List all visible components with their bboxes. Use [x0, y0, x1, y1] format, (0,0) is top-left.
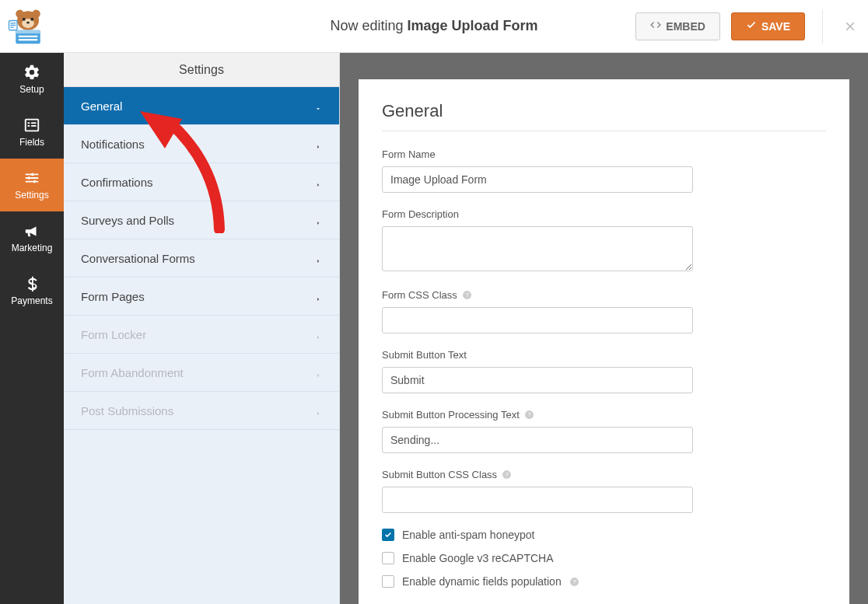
save-button[interactable]: SAVE: [731, 12, 805, 40]
settings-item-confirmations[interactable]: Confirmations: [64, 163, 339, 201]
nav-label: Payments: [11, 295, 52, 306]
svg-text:?: ?: [572, 578, 576, 585]
sliders-icon: [23, 169, 40, 187]
svg-point-5: [30, 18, 33, 21]
nav-label: Settings: [15, 190, 48, 201]
svg-point-6: [26, 22, 30, 24]
help-icon[interactable]: ?: [502, 470, 512, 480]
label-form-description: Form Description: [382, 208, 826, 220]
help-icon[interactable]: ?: [569, 577, 579, 587]
settings-list: GeneralNotificationsConfirmationsSurveys…: [64, 87, 339, 604]
main-area: Setup Fields Settings Marketing Payments…: [0, 53, 868, 604]
label-submit-css: Submit Button CSS Class ?: [382, 469, 826, 480]
settings-item-notifications[interactable]: Notifications: [64, 125, 339, 163]
settings-item-label: Form Locker: [81, 328, 146, 341]
settings-item-post-submissions: Post Submissions: [64, 392, 339, 430]
chevron-down-icon: [314, 102, 322, 110]
svg-text:?: ?: [527, 411, 530, 418]
editing-prefix: Now editing: [330, 18, 407, 33]
input-submit-css[interactable]: [382, 487, 693, 513]
checkbox-label: Enable dynamic fields population: [402, 575, 562, 588]
settings-item-label: General: [81, 100, 122, 113]
code-icon: [650, 19, 661, 33]
embed-button[interactable]: EMBED: [635, 12, 720, 40]
svg-point-20: [31, 173, 34, 176]
chevron-right-icon: [314, 330, 322, 338]
close-button[interactable]: [843, 19, 857, 33]
chevron-right-icon: [314, 140, 322, 148]
chevron-right-icon: [314, 368, 322, 376]
settings-card: General Form Name Form Description Form …: [359, 79, 849, 604]
dollar-icon: [23, 275, 40, 292]
divider: [822, 9, 823, 44]
help-icon[interactable]: ?: [524, 410, 534, 420]
nav-rail: Setup Fields Settings Marketing Payments: [0, 53, 64, 604]
chevron-right-icon: [314, 178, 322, 186]
svg-rect-8: [16, 30, 40, 33]
input-form-name[interactable]: [382, 166, 693, 193]
nav-label: Setup: [19, 84, 44, 95]
svg-rect-19: [31, 125, 36, 127]
checkbox-icon: [382, 575, 394, 588]
nav-item-fields[interactable]: Fields: [0, 106, 64, 159]
label-submit-text: Submit Button Text: [382, 349, 826, 361]
checkbox-recaptcha[interactable]: Enable Google v3 reCAPTCHA: [382, 552, 826, 564]
label-form-css-class: Form CSS Class ?: [382, 289, 826, 301]
input-form-description[interactable]: [382, 226, 693, 271]
settings-item-form-pages[interactable]: Form Pages: [64, 278, 339, 316]
editing-form-name: Image Upload Form: [408, 18, 538, 33]
nav-item-payments[interactable]: Payments: [0, 264, 64, 317]
field-form-description: Form Description: [382, 208, 826, 274]
input-submit-processing[interactable]: [382, 427, 693, 453]
field-submit-processing: Submit Button Processing Text ?: [382, 409, 826, 453]
help-icon[interactable]: ?: [462, 290, 472, 300]
settings-item-surveys-and-polls[interactable]: Surveys and Polls: [64, 201, 339, 239]
settings-item-conversational-forms[interactable]: Conversational Forms: [64, 239, 339, 278]
settings-item-label: Form Abandonment: [81, 366, 184, 379]
settings-item-general[interactable]: General: [64, 87, 339, 125]
settings-item-label: Form Pages: [81, 290, 145, 303]
svg-point-1: [16, 10, 24, 19]
chevron-right-icon: [314, 254, 322, 262]
checkbox-label: Enable Google v3 reCAPTCHA: [402, 552, 554, 564]
field-form-css-class: Form CSS Class ?: [382, 289, 826, 333]
settings-item-form-locker: Form Locker: [64, 316, 339, 354]
svg-text:?: ?: [465, 292, 468, 299]
list-icon: [23, 117, 40, 134]
svg-rect-14: [10, 26, 13, 27]
embed-label: EMBED: [666, 20, 705, 33]
top-bar: Now editing Image Upload Form EMBED SAVE: [0, 0, 868, 53]
field-form-name: Form Name: [382, 148, 826, 193]
app-logo: [6, 7, 50, 46]
chevron-right-icon: [314, 292, 322, 300]
input-form-css-class[interactable]: [382, 307, 693, 333]
settings-item-form-abandonment: Form Abandonment: [64, 354, 339, 392]
chevron-right-icon: [314, 407, 322, 414]
settings-item-label: Post Submissions: [81, 404, 173, 417]
svg-rect-10: [19, 39, 38, 40]
svg-point-21: [28, 176, 31, 180]
content-area: General Form Name Form Description Form …: [340, 53, 868, 604]
bullhorn-icon: [23, 222, 40, 239]
checkbox-label: Enable anti-spam honeypot: [402, 529, 534, 541]
svg-rect-16: [28, 122, 30, 124]
nav-item-settings[interactable]: Settings: [0, 159, 64, 211]
settings-subpanel: Settings GeneralNotificationsConfirmatio…: [64, 53, 340, 604]
checkbox-icon: [382, 529, 394, 541]
save-label: SAVE: [761, 20, 790, 33]
field-submit-css: Submit Button CSS Class ?: [382, 469, 826, 513]
svg-point-4: [23, 18, 26, 21]
input-submit-text[interactable]: [382, 367, 693, 393]
svg-text:?: ?: [506, 471, 509, 478]
svg-rect-12: [10, 23, 16, 23]
nav-label: Fields: [19, 137, 44, 148]
svg-rect-17: [31, 122, 36, 124]
label-form-name: Form Name: [382, 148, 826, 160]
nav-item-setup[interactable]: Setup: [0, 53, 64, 106]
svg-point-2: [32, 10, 40, 19]
nav-item-marketing[interactable]: Marketing: [0, 211, 64, 264]
svg-rect-13: [10, 25, 16, 26]
svg-point-22: [33, 180, 37, 183]
checkbox-honeypot[interactable]: Enable anti-spam honeypot: [382, 529, 826, 541]
checkbox-dynamic-fields[interactable]: Enable dynamic fields population ?: [382, 575, 826, 588]
